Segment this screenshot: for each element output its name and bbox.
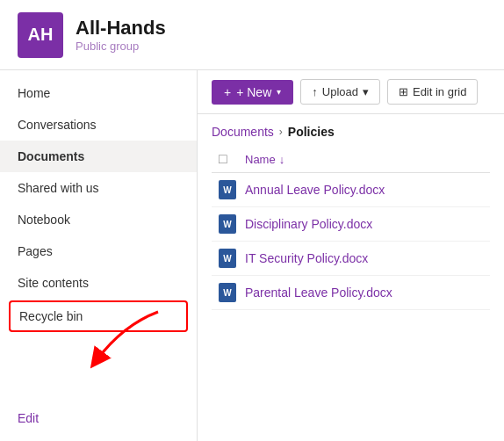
file-placeholder-icon: □ [219,151,227,167]
file-icon-col: W [219,180,245,199]
word-icon: W [219,249,236,268]
file-name[interactable]: Disciplinary Policy.docx [245,217,372,231]
sidebar-item-pages[interactable]: Pages [0,235,197,267]
word-icon: W [219,214,236,234]
sidebar-edit[interactable]: Edit [0,402,197,434]
header-icon-col: □ [219,151,245,167]
sidebar-item-notebook[interactable]: Notebook [0,204,197,235]
name-column-label: Name [245,153,276,166]
sort-icon: ↓ [279,153,285,166]
upload-label: Upload [322,85,358,98]
edit-in-grid-button[interactable]: ⊞ Edit in grid [387,79,478,105]
breadcrumb-separator: › [279,126,283,138]
edit-in-grid-label: Edit in grid [413,85,466,98]
file-list: □ Name ↓ W Annual Leave Policy.docx W Di… [198,146,504,310]
header-info: All-Hands Public group [76,17,166,53]
sidebar: Home Conversations Documents Shared with… [0,70,198,441]
sidebar-item-conversations[interactable]: Conversations [0,109,197,141]
sidebar-item-site-contents[interactable]: Site contents [0,267,197,299]
sidebar-item-home[interactable]: Home [0,77,197,109]
file-name[interactable]: Annual Leave Policy.docx [245,183,385,197]
main-layout: Home Conversations Documents Shared with… [0,70,504,441]
upload-chevron-icon: ▾ [363,85,369,98]
new-button[interactable]: + + New ▾ [212,80,293,105]
file-icon-col: W [219,214,245,234]
file-icon-col: W [219,283,245,302]
file-list-header: □ Name ↓ [212,146,490,173]
file-icon-col: W [219,249,245,268]
new-label: + New [236,85,271,99]
name-column-header[interactable]: Name ↓ [245,153,284,166]
word-icon: W [219,283,236,302]
word-icon: W [219,180,236,199]
breadcrumb: Documents › Policies [198,114,504,146]
breadcrumb-parent[interactable]: Documents [212,125,274,139]
toolbar: + + New ▾ ↑ Upload ▾ ⊞ Edit in grid [198,70,504,114]
sidebar-item-documents[interactable]: Documents [0,141,197,172]
group-name: All-Hands [76,17,166,40]
page-header: AH All-Hands Public group [0,0,504,70]
upload-icon: ↑ [312,85,318,98]
main-content: + + New ▾ ↑ Upload ▾ ⊞ Edit in grid Docu… [198,70,504,441]
file-row[interactable]: W Parental Leave Policy.docx [212,276,490,310]
group-type: Public group [76,40,166,53]
upload-button[interactable]: ↑ Upload ▾ [300,79,380,105]
new-plus-icon: + [224,85,231,99]
group-avatar: AH [18,12,63,58]
grid-icon: ⊞ [399,85,408,98]
file-row[interactable]: W IT Security Policy.docx [212,242,490,276]
sidebar-item-shared-with-us[interactable]: Shared with us [0,172,197,204]
file-name[interactable]: IT Security Policy.docx [245,251,368,265]
file-row[interactable]: W Annual Leave Policy.docx [212,173,490,207]
file-name[interactable]: Parental Leave Policy.docx [245,286,392,300]
chevron-down-icon: ▾ [277,87,281,97]
breadcrumb-current: Policies [288,125,335,139]
file-row[interactable]: W Disciplinary Policy.docx [212,207,490,242]
sidebar-item-recycle-bin[interactable]: Recycle bin [9,300,188,332]
